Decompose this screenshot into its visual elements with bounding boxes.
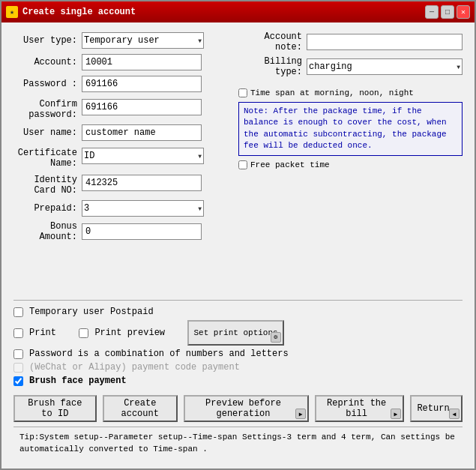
- reprint-bill-icon: ▶: [391, 409, 401, 419]
- user-type-row: User type: Temporary user: [13, 31, 223, 49]
- identity-card-label: Identity Card NO:: [13, 172, 77, 196]
- maximize-button[interactable]: □: [441, 5, 454, 19]
- set-print-icon: ⚙: [271, 332, 281, 343]
- time-span-label: Time span at morning, noon, night: [250, 88, 414, 97]
- right-panel: Account note: Billing type: charging: [238, 31, 463, 295]
- user-type-select[interactable]: Temporary user: [82, 32, 204, 49]
- return-button[interactable]: Return ◀: [410, 395, 463, 422]
- bonus-amount-row: Bonus Amount:: [13, 221, 223, 242]
- tip-bar: Tip:System setup--Parameter setup--Time-…: [13, 427, 463, 460]
- account-note-input[interactable]: [307, 34, 463, 50]
- title-bar: ★ Create single account ─ □ ✕: [1, 1, 475, 22]
- user-name-input[interactable]: [82, 124, 202, 141]
- reprint-bill-button[interactable]: Reprint the bill ▶: [315, 395, 404, 422]
- password-combo-label: Password is a combination of numbers and…: [29, 349, 289, 359]
- password-row: Password :: [13, 75, 223, 93]
- billing-type-select[interactable]: charging: [307, 58, 463, 75]
- time-span-row: Time span at morning, noon, night: [238, 88, 463, 97]
- confirm-password-input[interactable]: [82, 99, 202, 115]
- certificate-select-wrapper: ID: [82, 148, 204, 164]
- billing-type-select-wrapper: charging: [307, 58, 463, 75]
- left-panel: User type: Temporary user Account: Passw…: [13, 31, 223, 295]
- brush-face-id-button[interactable]: Brush face to ID: [13, 395, 97, 422]
- action-buttons: Brush face to ID Create account Preview …: [13, 395, 463, 422]
- certificate-select[interactable]: ID: [82, 148, 204, 164]
- bonus-amount-label: Bonus Amount:: [13, 221, 77, 242]
- prepaid-select-wrapper: 3: [82, 200, 204, 217]
- print-label: Print: [29, 328, 56, 338]
- brush-face-label: Brush face payment: [29, 376, 127, 386]
- identity-card-input[interactable]: [82, 175, 202, 191]
- password-combo-row: Password is a combination of numbers and…: [13, 349, 463, 359]
- close-button[interactable]: ✕: [457, 5, 470, 19]
- certificate-name-row: Certificate Name: ID: [13, 145, 223, 169]
- user-name-label: User name:: [13, 127, 77, 138]
- free-packet-label: Free packet time: [250, 160, 330, 169]
- window-controls: ─ □ ✕: [425, 5, 470, 19]
- brush-face-checkbox[interactable]: [13, 376, 23, 386]
- wechat-row: (WeChat or Alipay) payment code payment: [13, 362, 463, 373]
- print-preview-label: Print preview: [94, 328, 165, 338]
- title-bar-left: ★ Create single account: [6, 6, 136, 18]
- password-label: Password :: [13, 79, 77, 89]
- user-name-row: User name:: [13, 124, 223, 142]
- bottom-options: Temporary user Postpaid Print Print prev…: [13, 300, 463, 386]
- account-note-row: Account note:: [238, 31, 463, 52]
- password-input[interactable]: [82, 76, 202, 92]
- info-text: Note: After the package time, if the bal…: [238, 102, 463, 156]
- return-icon: ◀: [449, 409, 460, 419]
- minimize-button[interactable]: ─: [425, 5, 439, 19]
- postpaid-checkbox[interactable]: [13, 307, 23, 317]
- window-title: Create single account: [22, 7, 136, 17]
- main-window: ★ Create single account ─ □ ✕ User type:…: [0, 0, 476, 470]
- set-print-button[interactable]: Set print options ⚙: [187, 320, 283, 346]
- free-packet-checkbox[interactable]: [238, 160, 247, 169]
- user-type-label: User type:: [13, 35, 77, 46]
- brush-face-row: Brush face payment: [13, 376, 463, 386]
- confirm-password-row: Confirm password:: [13, 97, 223, 120]
- billing-type-label: Billing type:: [238, 56, 302, 77]
- user-type-select-wrapper: Temporary user: [82, 32, 204, 49]
- free-packet-row: Free packet time: [238, 160, 463, 169]
- confirm-password-label: Confirm password:: [13, 97, 77, 120]
- identity-card-row: Identity Card NO:: [13, 172, 223, 196]
- account-label: Account:: [13, 57, 77, 67]
- time-span-checkbox[interactable]: [238, 88, 247, 97]
- billing-type-row: Billing type: charging: [238, 56, 463, 77]
- postpaid-row: Temporary user Postpaid: [13, 307, 463, 317]
- tip-text: Tip:System setup--Parameter setup--Time-…: [19, 433, 455, 453]
- print-preview-checkbox[interactable]: [79, 328, 88, 338]
- create-account-button[interactable]: Create account: [103, 395, 178, 422]
- app-icon: ★: [6, 6, 18, 18]
- print-checkbox[interactable]: [13, 328, 23, 338]
- prepaid-row: Prepaid: 3: [13, 199, 223, 217]
- certificate-name-label: Certificate Name:: [13, 145, 77, 169]
- preview-before-button[interactable]: Preview before generation ▶: [184, 395, 310, 422]
- bonus-amount-input[interactable]: [82, 223, 202, 240]
- form-area: User type: Temporary user Account: Passw…: [13, 31, 463, 295]
- main-content: User type: Temporary user Account: Passw…: [1, 22, 475, 469]
- wechat-label: (WeChat or Alipay) payment code payment: [29, 362, 240, 373]
- print-row: Print Print preview Set print options ⚙: [13, 320, 463, 346]
- postpaid-label: Temporary user Postpaid: [29, 307, 154, 317]
- prepaid-label: Prepaid:: [13, 203, 77, 214]
- account-input[interactable]: [82, 54, 202, 70]
- wechat-checkbox[interactable]: [13, 363, 23, 373]
- info-box: Time span at morning, noon, night Note: …: [238, 88, 463, 169]
- password-combo-checkbox[interactable]: [13, 349, 23, 359]
- preview-before-icon: ▶: [295, 409, 306, 419]
- prepaid-select[interactable]: 3: [82, 200, 204, 217]
- account-note-label: Account note:: [238, 31, 302, 52]
- account-row: Account:: [13, 53, 223, 71]
